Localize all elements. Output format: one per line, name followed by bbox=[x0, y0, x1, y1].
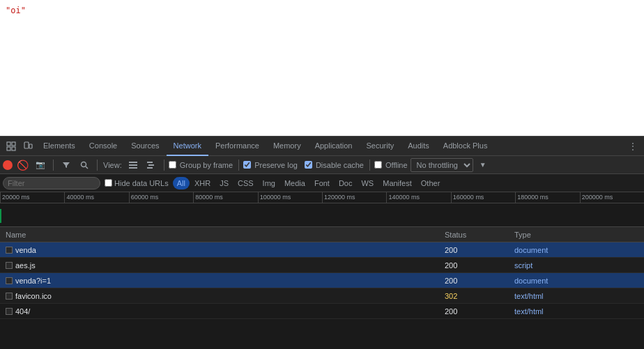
group-by-frame-label: Group by frame bbox=[180, 161, 233, 169]
tab-performance[interactable]: Performance bbox=[208, 137, 266, 156]
table-row[interactable]: favicon.ico302text/html bbox=[0, 288, 644, 304]
timeline-bar-area bbox=[0, 203, 644, 227]
filter-type-doc[interactable]: Doc bbox=[335, 177, 357, 189]
tab-sources[interactable]: Sources bbox=[124, 137, 166, 156]
ruler-mark: 160000 ms bbox=[451, 192, 515, 203]
hide-data-urls-label: Hide data URLs bbox=[114, 179, 169, 187]
preserve-log-label: Preserve log bbox=[254, 161, 298, 169]
svg-rect-4 bbox=[24, 142, 29, 148]
tree-view-button[interactable] bbox=[143, 157, 160, 173]
cell-type: script bbox=[514, 261, 644, 270]
tab-elements[interactable]: Elements bbox=[36, 137, 82, 156]
tab-bar: ElementsConsoleSourcesNetworkPerformance… bbox=[0, 137, 644, 156]
table-row[interactable]: aes.js200script bbox=[0, 258, 644, 273]
table-row[interactable]: venda200document bbox=[0, 242, 644, 258]
hide-data-urls-group[interactable]: Hide data URLs bbox=[105, 179, 169, 187]
group-by-frame-group[interactable]: Group by frame bbox=[169, 161, 234, 169]
svg-rect-0 bbox=[7, 142, 10, 146]
offline-group[interactable]: Offline bbox=[374, 161, 409, 169]
table-row[interactable]: 404/200text/html bbox=[0, 304, 644, 319]
ruler-mark: 180000 ms bbox=[515, 192, 579, 203]
row-checkbox bbox=[6, 262, 13, 269]
filter-types: AllXHRJSCSSImgMediaFontDocWSManifestOthe… bbox=[173, 177, 445, 189]
cell-type: document bbox=[514, 246, 644, 254]
hide-data-urls-checkbox[interactable] bbox=[105, 179, 112, 187]
row-name: aes.js bbox=[15, 261, 36, 270]
cell-type: text/html bbox=[514, 307, 644, 316]
offline-checkbox[interactable] bbox=[374, 161, 382, 169]
filter-type-img[interactable]: Img bbox=[259, 177, 279, 189]
row-checkbox bbox=[6, 308, 13, 315]
ruler-mark: 80000 ms bbox=[193, 192, 257, 203]
cell-name: aes.js bbox=[0, 261, 445, 270]
devtools-device-icon[interactable] bbox=[20, 138, 36, 155]
throttling-more-icon[interactable]: ▼ bbox=[475, 157, 491, 173]
disable-cache-group[interactable]: Disable cache bbox=[305, 161, 365, 169]
preserve-log-checkbox[interactable] bbox=[243, 161, 251, 169]
cell-type: text/html bbox=[514, 292, 644, 300]
filter-type-media[interactable]: Media bbox=[280, 177, 309, 189]
filter-type-ws[interactable]: WS bbox=[357, 177, 378, 189]
table-header: Name Status Type bbox=[0, 227, 644, 242]
table-body: venda200documentaes.js200scriptvenda?i=1… bbox=[0, 242, 644, 349]
tab-network[interactable]: Network bbox=[167, 137, 208, 156]
ruler-mark: 140000 ms bbox=[386, 192, 450, 203]
disable-cache-checkbox[interactable] bbox=[305, 161, 312, 169]
network-toolbar: 🚫 📷 View: bbox=[0, 156, 644, 174]
cell-status: 200 bbox=[445, 246, 514, 254]
ruler-mark: 120000 ms bbox=[322, 192, 386, 203]
filter-icon-button[interactable] bbox=[58, 157, 75, 173]
tab-audits[interactable]: Audits bbox=[401, 137, 436, 156]
screenshot-button[interactable]: 📷 bbox=[32, 157, 49, 173]
search-icon-button[interactable] bbox=[76, 157, 93, 173]
filter-type-manifest[interactable]: Manifest bbox=[378, 177, 416, 189]
cell-status: 302 bbox=[445, 292, 514, 300]
row-name: venda?i=1 bbox=[15, 277, 51, 285]
svg-rect-2 bbox=[7, 147, 10, 150]
group-by-frame-checkbox[interactable] bbox=[169, 161, 176, 169]
svg-rect-13 bbox=[147, 167, 153, 169]
filter-type-all[interactable]: All bbox=[173, 177, 190, 189]
filter-type-font[interactable]: Font bbox=[310, 177, 334, 189]
svg-point-6 bbox=[82, 162, 86, 166]
list-view-button[interactable] bbox=[125, 157, 141, 173]
table-row[interactable]: venda?i=1200document bbox=[0, 273, 644, 288]
filter-type-css[interactable]: CSS bbox=[233, 177, 258, 189]
row-checkbox bbox=[6, 293, 13, 300]
row-checkbox bbox=[6, 277, 13, 284]
cell-status: 200 bbox=[445, 261, 514, 270]
filter-type-js[interactable]: JS bbox=[215, 177, 233, 189]
timeline-ruler: 20000 ms40000 ms60000 ms80000 ms100000 m… bbox=[0, 192, 644, 203]
filter-type-xhr[interactable]: XHR bbox=[190, 177, 215, 189]
filter-bar: Hide data URLs AllXHRJSCSSImgMediaFontDo… bbox=[0, 174, 644, 192]
cell-status: 200 bbox=[445, 277, 514, 285]
ruler-mark: 100000 ms bbox=[258, 192, 322, 203]
devtools-inspect-icon[interactable] bbox=[3, 138, 20, 155]
page-content: "oi" bbox=[0, 0, 644, 136]
svg-rect-1 bbox=[12, 142, 15, 146]
svg-rect-8 bbox=[129, 162, 137, 163]
tab-memory[interactable]: Memory bbox=[266, 137, 308, 156]
devtools-more-icon[interactable]: ⋮ bbox=[624, 138, 641, 155]
tab-application[interactable]: Application bbox=[308, 137, 360, 156]
tabs-list: ElementsConsoleSourcesNetworkPerformance… bbox=[36, 137, 494, 156]
clear-button[interactable]: 🚫 bbox=[14, 157, 31, 173]
svg-line-7 bbox=[86, 166, 88, 169]
svg-rect-12 bbox=[148, 164, 154, 166]
filter-input[interactable] bbox=[3, 177, 100, 189]
network-table: Name Status Type venda200documentaes.js2… bbox=[0, 227, 644, 349]
row-name: favicon.ico bbox=[15, 292, 52, 300]
record-button[interactable] bbox=[3, 160, 13, 170]
filter-type-other[interactable]: Other bbox=[417, 177, 445, 189]
throttling-dropdown[interactable]: No throttling bbox=[411, 158, 473, 172]
svg-rect-5 bbox=[29, 144, 32, 148]
svg-rect-3 bbox=[12, 147, 15, 150]
tab-console[interactable]: Console bbox=[82, 137, 124, 156]
preserve-log-group[interactable]: Preserve log bbox=[243, 161, 299, 169]
network-timeline: 20000 ms40000 ms60000 ms80000 ms100000 m… bbox=[0, 192, 644, 227]
tab-adblock[interactable]: Adblock Plus bbox=[436, 137, 495, 156]
tab-security[interactable]: Security bbox=[359, 137, 401, 156]
page-text: "oi" bbox=[6, 6, 26, 15]
ruler-mark: 20000 ms bbox=[0, 192, 64, 203]
row-name: 404/ bbox=[15, 307, 30, 316]
